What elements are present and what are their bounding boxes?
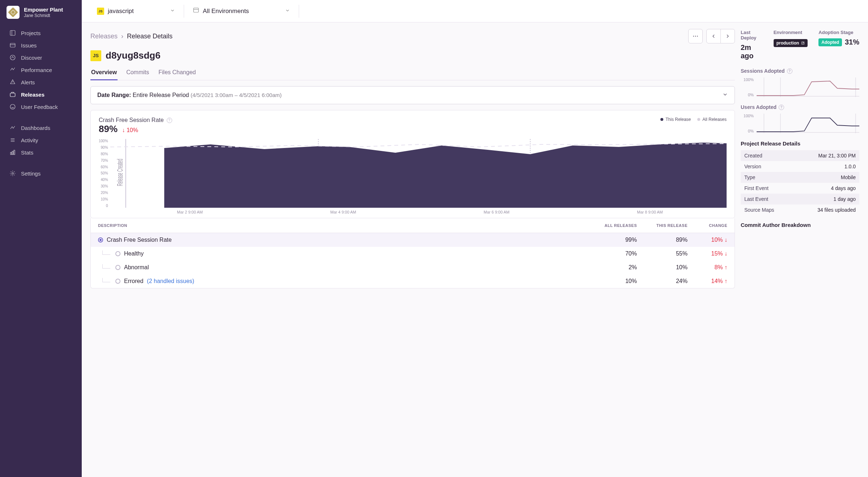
svg-text:Release Created: Release Created <box>115 159 124 186</box>
row-radio[interactable] <box>115 265 120 270</box>
chevron-down-icon <box>170 8 175 15</box>
sidebar-item-label: Settings <box>21 170 41 177</box>
release-id: d8yug8sdg6 <box>106 50 161 61</box>
details-value: 1 day ago <box>834 196 856 202</box>
chart-value: 89% <box>99 123 118 134</box>
legend-this-release[interactable]: This Release <box>660 117 691 122</box>
details-row: First Event4 days ago <box>741 183 859 194</box>
details-row: Version1.0.0 <box>741 161 859 172</box>
environment-badge[interactable]: production <box>774 39 808 47</box>
row-this: 55% <box>637 250 688 257</box>
details-row: TypeMobile <box>741 172 859 183</box>
sidebar-item-label: User Feedback <box>21 104 58 110</box>
legend-all-releases[interactable]: All Releases <box>697 117 727 122</box>
sessions-chart[interactable] <box>757 77 859 97</box>
row-this: 24% <box>637 278 688 284</box>
tab-overview[interactable]: Overview <box>90 68 118 80</box>
alerts-icon <box>9 79 16 85</box>
chart-delta: ↓ 10% <box>122 127 138 133</box>
project-selector[interactable]: JS javascript <box>90 4 182 18</box>
row-radio[interactable] <box>98 237 103 242</box>
sidebar-item-label: Performance <box>21 67 52 73</box>
project-release-details: Project Release Details CreatedMar 21, 3… <box>741 140 859 215</box>
svg-rect-5 <box>10 93 15 97</box>
svg-rect-11 <box>12 151 13 155</box>
row-radio[interactable] <box>115 251 120 256</box>
sidebar-item-stats[interactable]: Stats <box>0 146 82 159</box>
details-key: Source Maps <box>744 207 774 213</box>
details-key: Created <box>744 153 762 159</box>
js-icon: JS <box>90 50 101 61</box>
date-range-selector[interactable]: Date Range: Entire Release Period (4/5/2… <box>90 86 735 104</box>
details-value: Mobile <box>841 174 856 180</box>
chart-x-axis: Mar 2 9:00 AMMar 4 9:00 AMMar 6 9:00 AMM… <box>99 208 727 214</box>
svg-rect-1 <box>10 43 15 47</box>
sidebar-item-dashboards[interactable]: Dashboards <box>0 122 82 134</box>
adoption-badge: Adopted <box>818 38 842 46</box>
help-icon[interactable]: ? <box>787 68 792 74</box>
svg-point-3 <box>10 55 15 60</box>
sidebar-item-discover[interactable]: Discover <box>0 51 82 64</box>
table-row[interactable]: Crash Free Session Rate 99% 89% 10% ↓ <box>91 233 735 247</box>
help-icon[interactable]: ? <box>167 118 172 123</box>
activity-icon <box>9 137 16 143</box>
sidebar-item-feedback[interactable]: User Feedback <box>0 101 82 113</box>
sessions-adopted-section: Sessions Adopted? 100%0% <box>741 68 859 97</box>
project-name: javascript <box>108 8 134 15</box>
environment-selector[interactable]: All Environments <box>186 4 297 18</box>
details-value[interactable]: 34 files uploaded <box>817 207 856 213</box>
row-change: 8% ↑ <box>688 264 727 271</box>
row-all: 70% <box>586 250 637 257</box>
date-range-value: Entire Release Period <box>133 92 189 98</box>
settings-icon <box>9 170 16 177</box>
chart-y-axis: 100%90%80%70%60%50%40%30%20%10%0 <box>99 139 110 208</box>
sidebar-item-alerts[interactable]: Alerts <box>0 76 82 88</box>
sidebar-item-activity[interactable]: Activity <box>0 134 82 146</box>
row-all: 10% <box>586 278 637 284</box>
discover-icon <box>9 54 16 61</box>
row-change: 10% ↓ <box>688 237 727 243</box>
table-row[interactable]: Healthy 70% 55% 15% ↓ <box>91 247 735 261</box>
svg-rect-0 <box>10 30 15 35</box>
row-change: 14% ↑ <box>688 278 727 284</box>
sidebar-item-label: Releases <box>21 92 44 98</box>
dashboards-icon <box>9 124 16 131</box>
users-chart[interactable] <box>757 114 859 133</box>
breadcrumb: Releases › Release Details <box>90 33 173 40</box>
sidebar-item-settings[interactable]: Settings <box>0 167 82 180</box>
js-icon: JS <box>97 8 104 15</box>
performance-icon <box>9 67 16 73</box>
breadcrumb-current: Release Details <box>127 33 173 40</box>
next-release-button[interactable] <box>720 29 735 43</box>
details-value: 1.0.0 <box>844 164 856 169</box>
sidebar-item-label: Projects <box>21 30 41 36</box>
help-icon[interactable]: ? <box>779 105 784 110</box>
row-change: 15% ↓ <box>688 250 727 257</box>
prev-release-button[interactable] <box>706 29 721 43</box>
svg-point-17 <box>695 36 696 37</box>
sidebar-item-issues[interactable]: Issues <box>0 39 82 51</box>
commit-author-breakdown-title: Commit Author Breakdown <box>741 222 859 228</box>
sidebar-item-projects[interactable]: Projects <box>0 27 82 39</box>
chart-area[interactable]: Release Created High Adoption Replaced <box>110 139 727 208</box>
row-label: Abnormal <box>124 264 149 271</box>
org-switcher[interactable]: Empower Plant Jane Schmidt <box>0 0 82 25</box>
tab-files-changed[interactable]: Files Changed <box>158 68 196 80</box>
sidebar-item-performance[interactable]: Performance <box>0 64 82 76</box>
tab-commits[interactable]: Commits <box>125 68 150 80</box>
table-row[interactable]: Abnormal 2% 10% 8% ↑ <box>91 261 735 274</box>
sidebar-item-releases[interactable]: Releases <box>0 88 82 101</box>
chevron-down-icon <box>285 8 290 15</box>
window-icon <box>193 7 199 15</box>
handled-issues-link[interactable]: (2 handled issues) <box>147 278 194 284</box>
projects-icon <box>9 30 16 36</box>
svg-rect-10 <box>10 152 12 155</box>
breadcrumb-root[interactable]: Releases <box>90 33 118 40</box>
table-row[interactable]: Errored (2 handled issues) 10% 24% 14% ↑ <box>91 274 735 288</box>
sidebar-item-label: Dashboards <box>21 125 50 131</box>
more-actions-button[interactable] <box>688 29 703 43</box>
user-name: Jane Schmidt <box>24 13 63 18</box>
chart-title: Crash Free Session Rate <box>99 117 164 123</box>
row-radio[interactable] <box>115 279 120 284</box>
row-all: 2% <box>586 264 637 271</box>
